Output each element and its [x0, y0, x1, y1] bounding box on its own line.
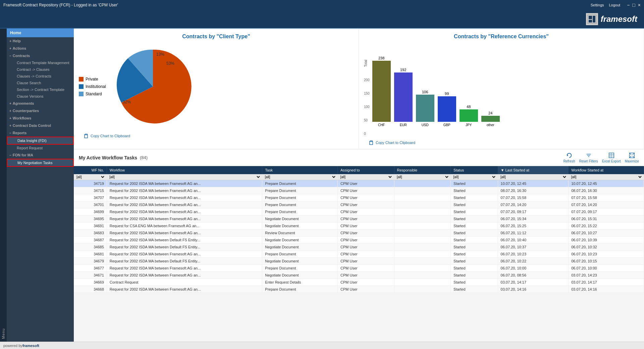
- col-wfno: WF No.: [74, 166, 107, 174]
- close-button[interactable]: ×: [638, 2, 641, 8]
- sidebar-child-clauses-contracts[interactable]: Clauses -> Contracts: [7, 73, 74, 80]
- table-row[interactable]: 34681 Request for 2002 ISDA MA between F…: [74, 251, 644, 258]
- collapse-icon: −: [9, 153, 11, 157]
- cell-workflow: Request for 2002 ISDA MA between Frameso…: [107, 194, 262, 201]
- table-row[interactable]: 34685 Request for 2002 ISDA MA between D…: [74, 244, 644, 251]
- filter-wfno[interactable]: [all]: [74, 174, 107, 180]
- logout-button[interactable]: Logout: [609, 3, 621, 7]
- cell-wf-started: 03.07.20, 14:17: [569, 279, 644, 286]
- sidebar-section-fon[interactable]: − FON for MA: [7, 151, 74, 159]
- legend-label-standard: Standard: [86, 92, 102, 96]
- bar-jpy: 48 JPY: [460, 105, 478, 127]
- filter-responsible[interactable]: [all]: [394, 174, 451, 180]
- cell-responsible: [394, 222, 451, 230]
- cell-status: Started: [451, 208, 498, 215]
- menu-tab[interactable]: Menu: [0, 29, 7, 342]
- legend-label-private: Private: [86, 77, 98, 82]
- cell-responsible: [394, 201, 451, 208]
- footer-text: powered by: [3, 344, 22, 348]
- table-row[interactable]: 34671 Request for 2002 ISDA MA between F…: [74, 272, 644, 279]
- table-row[interactable]: 34679 Request for 2002 ISDA MA between D…: [74, 258, 644, 265]
- filter-assigned[interactable]: [all]: [338, 174, 394, 180]
- filter-status[interactable]: [all]: [451, 174, 498, 180]
- col-wf-started: Workflow Started at: [569, 166, 644, 174]
- sidebar-section-help[interactable]: + Help: [7, 37, 74, 45]
- sidebar-child-data-insight[interactable]: Data Insight (FDI): [7, 137, 74, 145]
- sidebar-item-home[interactable]: Home: [7, 29, 74, 37]
- table-row[interactable]: 34668 Request for 2002 ISDA MA between F…: [74, 286, 644, 293]
- col-last-started[interactable]: ▼ Last Started at: [498, 166, 569, 174]
- minimize-button[interactable]: −: [627, 2, 630, 8]
- sidebar-child-section-contract[interactable]: Section -> Contract Template: [7, 86, 74, 93]
- legend-color-institutional: [79, 84, 84, 89]
- legend-color-private: [79, 77, 84, 82]
- cell-wfno: 34691: [74, 222, 107, 230]
- cell-workflow: Request for 2002 ISDA MA between Frameso…: [107, 180, 262, 187]
- pie-chart: 53% 32% 13%: [113, 46, 193, 127]
- reset-filters-button[interactable]: Reset Filters: [579, 152, 598, 163]
- cell-status: Started: [451, 251, 498, 258]
- table-row[interactable]: 34683 Request for 2002 ISDA MA between F…: [74, 230, 644, 237]
- table-row[interactable]: 34699 Request for 2002 ISDA MA between F…: [74, 208, 644, 215]
- sidebar-child-report-request[interactable]: Report Request: [7, 145, 74, 151]
- excel-export-button[interactable]: Excel Export: [602, 152, 621, 163]
- clipboard-icon: [84, 134, 89, 138]
- bar-rect-eur: [394, 72, 413, 122]
- cell-wfno: 34679: [74, 258, 107, 265]
- cell-task: Negotiate Document: [262, 244, 338, 251]
- table-row[interactable]: 34701 Request for 2002 ISDA MA between F…: [74, 201, 644, 208]
- bar-chart: 238 CHF 192 EUR: [372, 53, 500, 137]
- bar-copy-clipboard[interactable]: Copy Chart to Clipboard: [369, 139, 415, 147]
- settings-button[interactable]: Settings: [591, 3, 604, 7]
- sidebar: Home + Help + Actions − Contracts Contra…: [7, 29, 74, 342]
- table-row[interactable]: 34695 Request for 2002 ISDA MA between F…: [74, 215, 644, 222]
- table-row[interactable]: 34677 Request for 2002 ISDA MA between F…: [74, 265, 644, 272]
- cell-workflow: Request for CSA ENG MA between Framesoft…: [107, 222, 262, 230]
- filter-task[interactable]: [all]: [262, 174, 338, 180]
- cell-task: Prepare Document: [262, 265, 338, 272]
- bar-chf: 238 CHF: [372, 56, 391, 127]
- table-row[interactable]: 34715 Request for 2002 ISDA MA between F…: [74, 187, 644, 194]
- tasks-actions: Refresh Reset Filters: [563, 152, 639, 163]
- cell-wf-started: 06.07.20, 10:00: [569, 265, 644, 272]
- logo-area: framesoft: [586, 13, 637, 25]
- cell-status: Started: [451, 258, 498, 265]
- filter-workflow[interactable]: [all]: [107, 174, 262, 180]
- cell-task: Negotiate Document: [262, 237, 338, 244]
- cell-task: Prepare Document: [262, 194, 338, 201]
- app-title: Framesoft Contract Repository (FCR) - Lo…: [3, 3, 118, 7]
- sidebar-child-contract-clauses[interactable]: Contract -> Clauses: [7, 66, 74, 73]
- sidebar-section-contracts[interactable]: − Contracts: [7, 52, 74, 59]
- cell-assigned: CPM User: [338, 187, 394, 194]
- sidebar-child-contract-template[interactable]: Contract Template Management: [7, 59, 74, 66]
- sidebar-section-cdc[interactable]: + Contract Data Control: [7, 122, 74, 129]
- table-row[interactable]: 34687 Request for 2002 ISDA MA between D…: [74, 237, 644, 244]
- bar-other: 24 other: [481, 111, 500, 127]
- svg-line-21: [633, 153, 634, 155]
- table-row[interactable]: 34707 Request for 2002 ISDA MA between F…: [74, 194, 644, 201]
- bar-rect-jpy: [460, 109, 478, 122]
- tasks-header: My Active Workflow Tasks (84) Refresh: [74, 149, 644, 166]
- maximize-button[interactable]: □: [632, 2, 635, 8]
- sidebar-section-reports[interactable]: − Reports: [7, 129, 74, 137]
- filter-wf-started[interactable]: [all]: [569, 174, 644, 180]
- sidebar-section-agreements[interactable]: + Agreements: [7, 100, 74, 107]
- bar-rect-usd: [416, 95, 434, 122]
- maximize-button[interactable]: Maximize: [625, 152, 639, 163]
- filter-last-started[interactable]: [all]: [498, 174, 569, 180]
- cell-wfno: 34719: [74, 180, 107, 187]
- table-row[interactable]: 34719 Request for 2002 ISDA MA between F…: [74, 180, 644, 187]
- sidebar-section-workflows[interactable]: + Workflows: [7, 114, 74, 122]
- sidebar-child-clause-search[interactable]: Clause Search: [7, 80, 74, 86]
- cell-wfno: 34669: [74, 279, 107, 286]
- sidebar-section-counterparties[interactable]: + Counterparties: [7, 107, 74, 114]
- table-row[interactable]: 34669 Contract Request Enter Request Det…: [74, 279, 644, 286]
- sidebar-section-actions[interactable]: + Actions: [7, 45, 74, 52]
- pie-copy-clipboard[interactable]: Copy Chart to Clipboard: [84, 132, 130, 140]
- bar-gbp: 99 GBP: [438, 92, 456, 127]
- bar-rect-other: [481, 116, 500, 122]
- table-row[interactable]: 34691 Request for CSA ENG MA between Fra…: [74, 222, 644, 230]
- sidebar-child-negotiation-tasks[interactable]: My Negotiation Tasks: [7, 159, 74, 167]
- refresh-button[interactable]: Refresh: [563, 152, 575, 163]
- sidebar-child-clause-versions[interactable]: Clause Versions: [7, 93, 74, 100]
